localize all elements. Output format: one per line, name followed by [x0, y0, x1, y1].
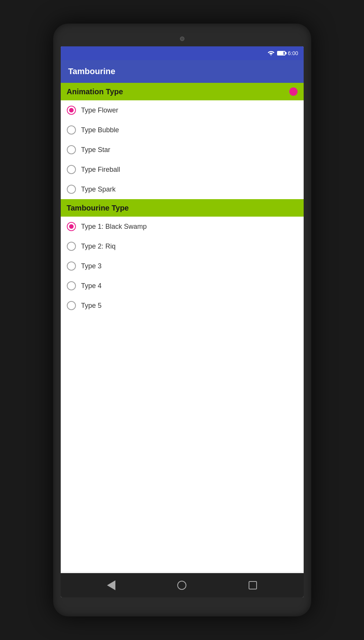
radio-type-star[interactable]: Type Star — [61, 140, 304, 160]
status-bar: 6:00 — [61, 46, 304, 60]
radio-label-type3: Type 3 — [81, 262, 102, 270]
tambourine-section-title: Tambourine Type — [67, 204, 129, 212]
recents-icon — [249, 581, 257, 589]
device-bottom — [61, 597, 304, 609]
radio-label-star: Type Star — [81, 146, 110, 154]
back-button[interactable] — [104, 578, 118, 592]
app-bar: Tambourine — [61, 60, 304, 83]
home-button[interactable] — [175, 578, 189, 592]
radio-type-2[interactable]: Type 2: Riq — [61, 236, 304, 256]
front-camera — [180, 36, 184, 41]
radio-outer-type5 — [67, 301, 76, 310]
bottom-nav — [61, 573, 304, 597]
radio-label-type5: Type 5 — [81, 302, 102, 310]
radio-label-type2: Type 2: Riq — [81, 242, 116, 250]
radio-label-flower: Type Flower — [81, 106, 118, 114]
radio-type-fireball[interactable]: Type Fireball — [61, 160, 304, 179]
radio-type-1[interactable]: Type 1: Black Swamp — [61, 217, 304, 236]
radio-label-type1: Type 1: Black Swamp — [81, 223, 147, 231]
tambourine-section-header: Tambourine Type — [61, 199, 304, 217]
app-title: Tambourine — [68, 67, 115, 76]
status-icons: 6:00 — [267, 50, 298, 56]
animation-section-title: Animation Type — [67, 87, 123, 96]
animation-section-dot — [289, 87, 298, 96]
radio-type-5[interactable]: Type 5 — [61, 296, 304, 315]
radio-type-flower[interactable]: Type Flower — [61, 100, 304, 120]
radio-inner-type1 — [69, 224, 74, 229]
radio-outer-type3 — [67, 261, 76, 271]
radio-label-fireball: Type Fireball — [81, 166, 120, 174]
radio-outer-star — [67, 145, 76, 154]
device-top — [61, 31, 304, 46]
animation-section-header: Animation Type — [61, 83, 304, 100]
recents-button[interactable] — [246, 578, 260, 592]
radio-type-3[interactable]: Type 3 — [61, 256, 304, 276]
radio-outer-spark — [67, 185, 76, 194]
radio-type-bubble[interactable]: Type Bubble — [61, 120, 304, 140]
battery-icon — [277, 51, 285, 55]
radio-outer-type1 — [67, 222, 76, 231]
radio-label-type4: Type 4 — [81, 282, 102, 290]
status-time: 6:00 — [288, 50, 298, 56]
radio-outer-type2 — [67, 242, 76, 251]
home-icon — [177, 581, 186, 590]
radio-outer-fireball — [67, 165, 76, 174]
radio-outer-flower — [67, 106, 76, 115]
radio-label-spark: Type Spark — [81, 185, 116, 193]
radio-type-4[interactable]: Type 4 — [61, 276, 304, 296]
screen: 6:00 Tambourine Animation Type Type Flow… — [61, 46, 304, 597]
radio-inner-flower — [69, 108, 74, 112]
device-frame: 6:00 Tambourine Animation Type Type Flow… — [53, 24, 311, 616]
radio-type-spark[interactable]: Type Spark — [61, 179, 304, 199]
radio-outer-type4 — [67, 281, 76, 290]
radio-outer-bubble — [67, 125, 76, 135]
wifi-icon — [267, 51, 275, 56]
back-icon — [107, 580, 115, 590]
content-area: Animation Type Type Flower Type Bubble T… — [61, 83, 304, 572]
radio-label-bubble: Type Bubble — [81, 126, 119, 134]
